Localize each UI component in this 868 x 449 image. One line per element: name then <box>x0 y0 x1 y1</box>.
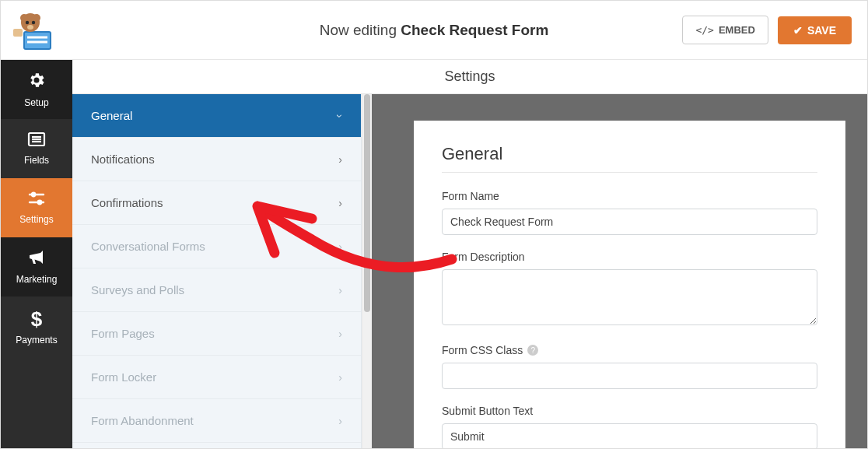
form-css-input[interactable] <box>442 363 817 389</box>
chevron-right-icon: › <box>338 197 342 209</box>
nav-settings[interactable]: Settings <box>1 178 72 237</box>
chevron-right-icon: › <box>338 153 342 166</box>
embed-button[interactable]: </> EMBED <box>682 16 768 44</box>
nav-marketing[interactable]: Marketing <box>1 237 72 296</box>
settings-item-notifications[interactable]: Notifications › <box>72 138 361 181</box>
settings-panel: General › Notifications › Confirmations … <box>72 94 372 448</box>
settings-subheader: Settings <box>72 60 867 94</box>
svg-rect-0 <box>24 32 51 49</box>
svg-point-8 <box>27 25 33 30</box>
form-desc-label: Form Description <box>442 251 817 263</box>
form-css-label: Form CSS Class ? <box>442 344 817 356</box>
check-icon: ✔ <box>793 24 803 37</box>
form-name-input[interactable] <box>442 209 817 235</box>
svg-point-5 <box>33 14 40 22</box>
submit-btn-input[interactable] <box>442 423 817 448</box>
chevron-right-icon: › <box>338 371 342 384</box>
svg-point-15 <box>32 193 35 196</box>
dollar-icon: $ <box>31 307 42 331</box>
list-icon <box>27 132 46 152</box>
left-nav: Setup Fields Settings Marketing $ Paymen… <box>1 60 72 448</box>
divider <box>442 172 817 173</box>
settings-item-general[interactable]: General › <box>72 94 361 138</box>
bullhorn-icon <box>27 249 46 271</box>
form-desc-textarea[interactable] <box>442 269 817 325</box>
svg-point-6 <box>26 20 29 23</box>
save-button[interactable]: ✔ SAVE <box>778 16 852 44</box>
chevron-right-icon: › <box>338 284 342 296</box>
nav-fields[interactable]: Fields <box>1 119 72 178</box>
svg-point-17 <box>38 201 41 204</box>
chevron-right-icon: › <box>338 240 342 253</box>
section-title: General <box>442 144 817 164</box>
nav-payments[interactable]: $ Payments <box>1 296 72 356</box>
scrollbar-thumb[interactable] <box>364 94 370 312</box>
editing-label: Now editing Check Request Form <box>320 22 549 39</box>
chevron-right-icon: › <box>338 415 342 427</box>
settings-item-surveys-polls[interactable]: Surveys and Polls › <box>72 268 361 312</box>
svg-point-4 <box>20 14 28 22</box>
settings-item-form-locker[interactable]: Form Locker › <box>72 356 361 399</box>
code-icon: </> <box>695 24 713 36</box>
form-name-label: Form Name <box>442 190 817 202</box>
settings-item-conversational-forms[interactable]: Conversational Forms › <box>72 225 361 268</box>
settings-item-confirmations[interactable]: Confirmations › <box>72 181 361 225</box>
chevron-right-icon: › <box>338 328 342 340</box>
form-card: General Form Name Form Description Form … <box>414 121 845 448</box>
top-header: Now editing Check Request Form </> EMBED… <box>1 1 867 60</box>
settings-item-form-abandonment[interactable]: Form Abandonment › <box>72 399 361 443</box>
help-icon[interactable]: ? <box>527 345 538 356</box>
svg-rect-9 <box>13 29 23 37</box>
gear-icon <box>27 71 46 94</box>
app-logo <box>12 9 58 52</box>
chevron-down-icon: › <box>334 114 347 118</box>
settings-item-form-pages[interactable]: Form Pages › <box>72 312 361 356</box>
form-canvas: General Form Name Form Description Form … <box>372 94 867 448</box>
sliders-icon <box>27 191 46 211</box>
nav-setup[interactable]: Setup <box>1 60 72 119</box>
submit-btn-label: Submit Button Text <box>442 405 817 417</box>
svg-point-7 <box>32 20 35 23</box>
scrollbar[interactable] <box>362 94 372 448</box>
